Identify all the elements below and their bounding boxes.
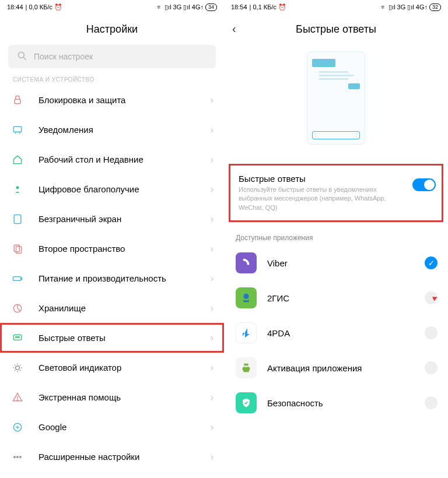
app-checkbox[interactable]: ✓ (425, 256, 438, 269)
svg-point-17 (17, 399, 18, 400)
fullscreen-icon (10, 213, 24, 225)
row-label: Второе пространство (38, 244, 211, 254)
row-label: Цифровое благополучие (38, 184, 211, 194)
settings-row[interactable]: Быстрые ответы› (0, 323, 224, 353)
app-row[interactable]: Активация приложения (224, 350, 448, 385)
svg-rect-2 (15, 99, 20, 104)
settings-row[interactable]: Безграничный экран› (0, 204, 224, 234)
storage-icon (10, 303, 24, 314)
svg-rect-26 (243, 368, 249, 372)
svg-point-20 (17, 456, 19, 458)
toggle-title: Быстрые ответы (239, 174, 408, 184)
settings-screen: 18:44 | 0,0 КБ/с ⏰ ᯤ ▯ıl 3G ▯ıl 4G↑ 34 Н… (0, 0, 224, 478)
app-row[interactable]: 4PDA (224, 315, 448, 350)
row-label: Безграничный экран (38, 214, 211, 224)
signal-icon: ▯ıl (407, 3, 414, 11)
chevron-right-icon: › (211, 184, 214, 195)
settings-row[interactable]: Расширенные настройки› (0, 442, 224, 472)
settings-row[interactable]: Цифровое благополучие› (0, 174, 224, 204)
status-net: | 0,1 КБ/с ⏰ (250, 3, 287, 11)
battery-badge: 32 (429, 3, 441, 11)
svg-rect-8 (13, 276, 21, 280)
battery-icon (10, 273, 24, 284)
chevron-right-icon: › (211, 95, 214, 106)
svg-rect-23 (244, 364, 248, 366)
battery-badge: 34 (205, 3, 217, 11)
back-button[interactable]: ‹ (232, 22, 236, 35)
status-bar: 18:54 | 0,1 КБ/с ⏰ ᯤ ▯ıl 3G ▯ıl 4G↑ 32 (224, 0, 448, 14)
row-label: Расширенные настройки (38, 452, 211, 462)
status-time: 18:54 (231, 3, 247, 10)
svg-point-14 (19, 336, 20, 338)
settings-row[interactable]: Питание и производительность› (0, 263, 224, 293)
app-row[interactable]: 2ГИС (224, 280, 448, 315)
signal-icon: ▯ıl (388, 3, 396, 11)
wellbeing-icon (10, 184, 24, 195)
notify-icon (10, 124, 24, 136)
quick-replies-screen: 18:54 | 0,1 КБ/с ⏰ ᯤ ▯ıl 3G ▯ıl 4G↑ 32 ‹… (224, 0, 448, 478)
chevron-right-icon: › (211, 154, 214, 165)
lock-icon (10, 94, 24, 106)
chevron-right-icon: › (211, 214, 214, 224)
settings-row[interactable]: Рабочий стол и Недавние› (0, 145, 224, 174)
search-icon (16, 50, 28, 64)
app-row[interactable]: Безопасность (224, 385, 448, 420)
google-icon (10, 421, 24, 433)
row-label: Световой индикатор (38, 363, 211, 372)
app-label: Активация приложения (267, 363, 425, 373)
chevron-right-icon: › (211, 125, 214, 135)
signal-icon: ▯ıl (183, 3, 190, 11)
sos-icon (10, 392, 24, 403)
svg-line-1 (24, 57, 26, 59)
app-label: 4PDA (267, 328, 425, 338)
svg-point-21 (20, 456, 22, 458)
status-bar: 18:44 | 0,0 КБ/с ⏰ ᯤ ▯ıl 3G ▯ıl 4G↑ 34 (0, 0, 224, 14)
svg-rect-9 (21, 277, 22, 279)
sig1: 3G (397, 3, 406, 10)
search-placeholder: Поиск настроек (34, 52, 93, 61)
chevron-right-icon: › (211, 273, 214, 284)
settings-row[interactable]: Уведомления› (0, 115, 224, 145)
app-checkbox[interactable] (425, 361, 438, 374)
svg-point-13 (17, 336, 18, 338)
signal-icon: ▯ıl (164, 3, 172, 11)
svg-rect-5 (14, 215, 21, 223)
illustration (224, 43, 448, 153)
section-label: СИСТЕМА И УСТРОЙСТВО (0, 73, 224, 85)
settings-row[interactable]: Блокировка и защита› (0, 85, 224, 115)
svg-point-4 (16, 186, 19, 189)
settings-row[interactable]: Экстренная помощь› (0, 382, 224, 412)
app-checkbox[interactable] (425, 291, 438, 304)
search-input[interactable]: Поиск настроек (8, 45, 216, 68)
app-checkbox[interactable] (425, 326, 438, 339)
svg-point-0 (18, 52, 24, 58)
svg-point-22 (243, 294, 249, 299)
toggle-description: Используйте быстрые ответы в уведомления… (239, 185, 408, 212)
settings-row[interactable]: Хранилище› (0, 293, 224, 323)
sig2: 4G↑ (192, 3, 204, 10)
apps-section-label: Доступные приложения (224, 226, 448, 245)
svg-point-12 (16, 336, 17, 338)
home-icon (10, 154, 24, 166)
wifi-icon: ᯤ (380, 3, 387, 10)
app-label: Безопасность (267, 398, 425, 408)
row-label: Уведомления (38, 125, 211, 135)
settings-row[interactable]: Световой индикатор› (0, 353, 224, 382)
settings-row[interactable]: Второе пространство› (0, 234, 224, 263)
row-label: Google (38, 422, 211, 432)
chevron-right-icon: › (211, 333, 214, 343)
light-icon (10, 362, 24, 374)
row-label: Хранилище (38, 303, 211, 313)
app-checkbox[interactable] (425, 396, 438, 409)
dots-icon (10, 451, 24, 463)
chevron-right-icon: › (211, 392, 214, 403)
status-net: | 0,0 КБ/с ⏰ (26, 3, 63, 11)
row-label: Питание и производительность (38, 273, 211, 283)
settings-row[interactable]: Google› (0, 412, 224, 442)
quick-replies-toggle[interactable] (412, 178, 436, 191)
app-row[interactable]: Viber✓ (224, 245, 448, 280)
sig1: 3G (173, 3, 182, 10)
space-icon (10, 243, 24, 255)
svg-rect-3 (13, 126, 21, 132)
chevron-right-icon: › (211, 452, 214, 462)
